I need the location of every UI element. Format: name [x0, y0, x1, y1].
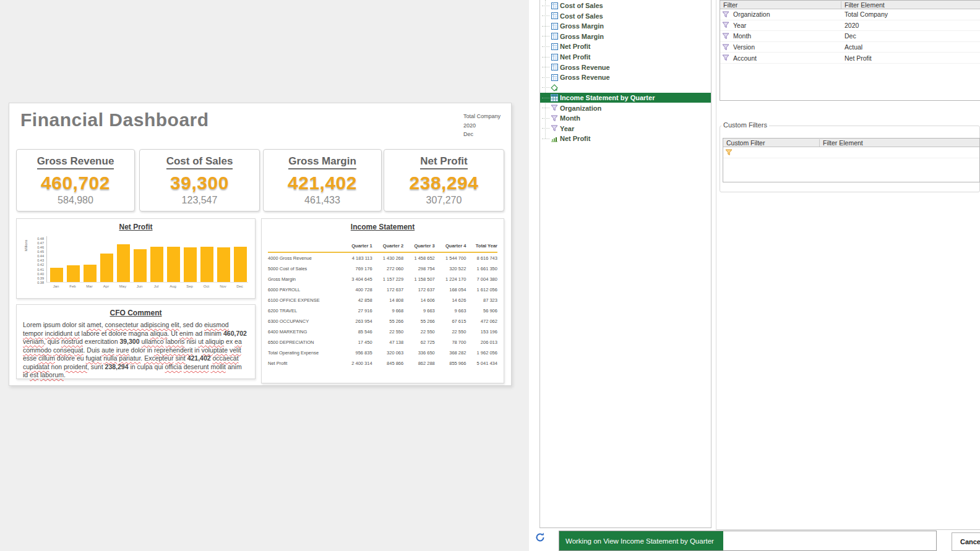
bar-jan [50, 268, 63, 282]
cube-view-icon [550, 2, 559, 9]
tree-branch-connector [542, 108, 549, 108]
x-tick-label: Oct [200, 284, 213, 288]
x-tick-label: May [116, 284, 129, 288]
comment-text: enim [179, 330, 194, 337]
income-row-label: Total Operating Expense [268, 350, 341, 356]
income-row-label: 6200 TRAVEL [268, 308, 341, 314]
comment-text: cupidatat [23, 363, 49, 370]
filter-funnel-icon [721, 32, 730, 40]
tree-item-label: Organization [560, 105, 601, 112]
comment-text: , quis [44, 338, 61, 345]
filter-funnel-icon [721, 11, 730, 18]
filter-row-year[interactable]: Year2020 [720, 20, 980, 32]
custom-filters-groupbox: Custom Filter Filter Element [720, 126, 980, 192]
comment-highlight-number: 238,294 [105, 363, 129, 370]
tree-item-net-profit[interactable]: Net Profit [540, 41, 711, 52]
custom-filter-funnel-icon [724, 148, 733, 156]
tree-item-gross-revenue[interactable]: Gross Revenue [540, 62, 711, 72]
income-row-label: 5000 Cost of Sales [268, 266, 341, 271]
comment-text: nulla [103, 354, 117, 362]
y-tick-label: 0.46 [37, 246, 44, 249]
income-row-6100-office-expense: 6100 OFFICE EXPENSE42 85814 80814 60614 … [268, 295, 497, 305]
kpi-value: 39,300 [140, 173, 259, 194]
custom-filters-table: Custom Filter Filter Element [723, 138, 980, 182]
bar-jul [150, 247, 163, 282]
tree-item-income-statement-by-quarter[interactable]: Income Statement by Quarter [540, 93, 711, 103]
filter-row-account[interactable]: AccountNet Profit [720, 53, 980, 64]
y-tick-label: 0.43 [37, 258, 44, 262]
progress-bar-fill: Working on View Income Statement by Quar… [559, 531, 723, 550]
x-tick-label: Feb [66, 284, 79, 288]
income-value-cell: 1 544 700 [435, 255, 466, 261]
comment-text: velit [230, 346, 241, 354]
income-value-cell: 1 430 268 [372, 255, 404, 261]
chart-title: Net Profit [17, 223, 255, 231]
tree-item-gross-margin[interactable]: Gross Margin [540, 21, 711, 32]
tree-item-month[interactable]: Month [540, 113, 711, 124]
tree-item-net-profit[interactable]: Net Profit [540, 52, 711, 62]
tree-item-label: Month [560, 114, 580, 122]
bar-feb [67, 265, 80, 282]
tree-branch-connector [542, 26, 549, 27]
income-row-6400-marketing: 6400 MARKETING85 54622 55022 55022 55015… [268, 327, 497, 337]
panel-bottom-border [716, 529, 980, 530]
comment-text: labore et dolore magna [80, 330, 150, 337]
x-tick-label: Jul [150, 284, 163, 288]
filters-header-element: Filter Element [841, 1, 980, 9]
cube-view-icon [550, 12, 559, 20]
income-statement-table: Quarter 1Quarter 2Quarter 3Quarter 4Tota… [268, 240, 497, 369]
filter-row-version[interactable]: VersionActual [720, 42, 980, 53]
income-value-cell: 845 866 [372, 361, 404, 366]
tree-branch-connector [542, 15, 549, 16]
tree-item-gross-margin[interactable]: Gross Margin [540, 32, 711, 42]
tree-item-cost-of-sales[interactable]: Cost of Sales [540, 11, 711, 22]
comment-text: aliqua [150, 330, 167, 337]
tree-branch-connector [542, 36, 549, 36]
filter-funnel-icon [721, 43, 730, 51]
custom-filter-row[interactable] [723, 147, 979, 158]
custom-filters-header-filter: Custom Filter [723, 139, 820, 147]
filter-row-month[interactable]: MonthDec [720, 31, 980, 42]
x-tick-label: Jun [133, 284, 146, 288]
filters-header-filter: Filter [720, 1, 841, 9]
filter-icon [550, 125, 559, 132]
filter-name: Version [733, 43, 755, 51]
income-value-cell: 168 054 [435, 287, 466, 293]
comment-text: incididunt ut [45, 330, 80, 337]
comment-text: ad minim [194, 330, 223, 337]
comment-text: voluptate [201, 346, 228, 354]
income-value-cell: 62 725 [403, 340, 435, 345]
income-value-cell: 298 754 [403, 266, 435, 271]
income-value-cell: 5 041 434 [466, 361, 497, 366]
comment-text: . Ut [168, 330, 179, 337]
bar-nov [217, 247, 230, 282]
tree-item-gross-revenue[interactable]: Gross Revenue [540, 72, 711, 83]
comment-text: laboris [166, 338, 185, 345]
income-value-cell: 855 966 [435, 361, 466, 366]
x-tick-label: Aug [166, 284, 179, 288]
tree-branch-connector [542, 77, 549, 78]
tree-item-cost-of-sales[interactable]: Cost of Sales [540, 1, 711, 11]
comment-text: commodo [23, 346, 51, 354]
tree-item-year[interactable]: Year [540, 124, 711, 134]
filter-row-organization[interactable]: OrganizationTotal Company [720, 9, 980, 20]
tree-item-organization[interactable]: Organization [540, 103, 711, 113]
filter-funnel-icon [721, 22, 730, 29]
income-header-cell: Total Year [466, 243, 497, 249]
cancel-button[interactable]: Cancel [952, 532, 980, 551]
income-row-net-profit: Net Profit2 400 314845 866862 288855 966… [268, 358, 497, 369]
chart-icon [550, 135, 559, 142]
income-value-cell: 14 626 [435, 297, 466, 303]
filters-rows: OrganizationTotal CompanyYear2020MonthDe… [720, 9, 980, 64]
comment-text: consectetur adipiscing elit [105, 321, 179, 328]
tree-item-shape[interactable] [540, 82, 711, 93]
refresh-icon[interactable] [535, 532, 546, 543]
income-value-cell: 172 637 [403, 287, 435, 293]
kpi-value: 421,402 [264, 173, 381, 194]
income-value-cell: 368 282 [435, 350, 466, 356]
tree-item-net-profit[interactable]: Net Profit [540, 134, 711, 144]
shape-icon [550, 84, 559, 92]
comment-text: Excepteur [144, 354, 173, 362]
income-value-cell: 400 728 [341, 287, 372, 293]
income-header-cell: Quarter 2 [372, 243, 404, 249]
